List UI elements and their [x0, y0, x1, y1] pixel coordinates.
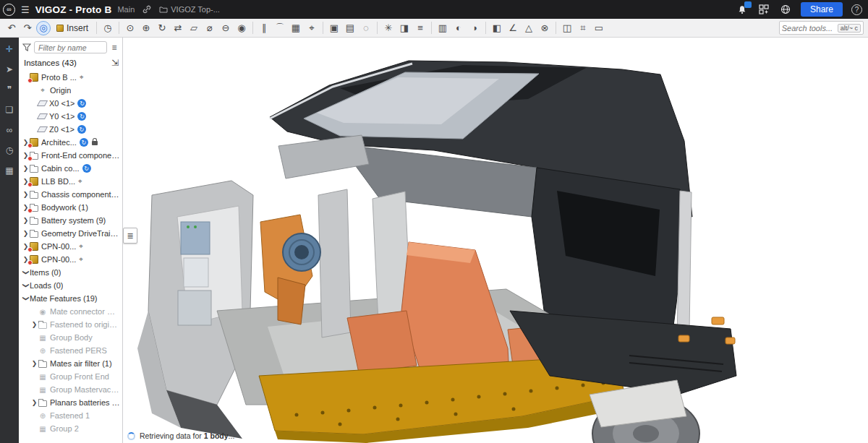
expand-chevron-icon[interactable]: ❯	[22, 191, 30, 198]
insert-button[interactable]: Insert	[52, 21, 93, 35]
snapshot-icon[interactable]: ◨	[397, 21, 412, 35]
tree-item[interactable]: ❯LLB BD...⌖	[19, 175, 122, 188]
linear-pattern-icon[interactable]: ▤	[343, 21, 357, 35]
mate-connector-flag-icon[interactable]: ⌖	[78, 177, 82, 186]
frame-icon[interactable]: ⌗	[576, 21, 590, 35]
tree-item[interactable]: ❯Chassis components (5)	[19, 188, 122, 201]
tree-item[interactable]: ❯Bodywork (1)	[19, 201, 122, 214]
group-icon[interactable]: ▦	[289, 21, 303, 35]
mate-icon[interactable]: ⊙	[123, 21, 137, 35]
tree-item[interactable]: ❯Proto B ...⌖	[19, 71, 122, 84]
tree-item[interactable]: ❯▦Group 2	[19, 422, 122, 435]
notifications-bell-icon[interactable]	[736, 3, 749, 16]
ball-icon[interactable]: ◉	[234, 21, 249, 35]
display-states-icon[interactable]: ◑	[467, 21, 482, 35]
expand-chevron-icon[interactable]: ❯	[30, 399, 38, 406]
undo-icon[interactable]: ↶	[4, 21, 19, 35]
list-options-icon[interactable]: ≡	[109, 43, 119, 53]
pin-slot-icon[interactable]: ⊖	[218, 21, 233, 35]
expand-chevron-icon[interactable]: ❯	[30, 360, 38, 367]
named-positions-icon[interactable]: ≡	[413, 21, 427, 35]
update-available-icon[interactable]: ↻	[82, 164, 91, 173]
tree-item[interactable]: ❯Y0 <1>↻	[19, 110, 122, 123]
tree-item[interactable]: ❯Loads (0)	[19, 279, 122, 292]
planar-icon[interactable]: ▱	[187, 21, 201, 35]
apps-icon[interactable]	[757, 3, 770, 16]
expand-chevron-icon[interactable]: ❯	[22, 165, 30, 172]
tree-item[interactable]: ❯Architec...↻	[19, 136, 122, 149]
sync-context-icon[interactable]: ◎	[36, 21, 51, 35]
tree-item[interactable]: ❯▦Group Body	[19, 331, 122, 344]
update-available-icon[interactable]: ↻	[80, 138, 88, 147]
comments-panel-icon[interactable]: ❞	[3, 83, 16, 96]
globe-icon[interactable]	[779, 3, 792, 16]
tree-item[interactable]: ❯Front-End component...	[19, 149, 122, 162]
tangent-icon[interactable]: ⌒	[273, 21, 287, 35]
versions-icon[interactable]: ◷	[101, 21, 115, 35]
redo-icon[interactable]: ↷	[20, 21, 35, 35]
expand-chevron-icon[interactable]: ❯	[22, 217, 30, 224]
bom-table-icon[interactable]: ▥	[435, 21, 450, 35]
panel-toggle-button[interactable]: ≣	[123, 228, 137, 244]
slider-icon[interactable]: ⇄	[171, 21, 185, 35]
filter-input[interactable]	[34, 41, 107, 53]
tree-item[interactable]: ❯◉Mate connector Ori...	[19, 305, 122, 318]
main-menu-icon[interactable]: ☰	[21, 4, 30, 15]
lock-icon[interactable]	[92, 141, 98, 145]
help-icon[interactable]	[851, 4, 862, 15]
cylindrical-icon[interactable]: ⌀	[203, 21, 217, 35]
measure-icon[interactable]: ∠	[506, 21, 520, 35]
update-available-icon[interactable]: ↻	[77, 99, 86, 108]
appearance-icon[interactable]: ◐	[451, 21, 466, 35]
expand-chevron-icon[interactable]: ❯	[22, 269, 30, 277]
tree-item[interactable]: ❯Battery system (9)	[19, 214, 122, 227]
drawing-icon[interactable]: ▭	[592, 21, 606, 35]
bom-panel-icon[interactable]: ▦	[3, 164, 16, 177]
expand-chevron-icon[interactable]: ❯	[22, 295, 30, 303]
sheet-metal-icon[interactable]: ◫	[560, 21, 574, 35]
tree-item[interactable]: ❯Geometry DriveTrains ...	[19, 227, 122, 240]
insert-to-assembly-icon[interactable]: ⇲	[111, 58, 119, 68]
interference-icon[interactable]: ⊗	[537, 21, 552, 35]
expand-chevron-icon[interactable]: ❯	[22, 230, 30, 237]
update-available-icon[interactable]: ↻	[77, 125, 86, 134]
tree-item[interactable]: ❯Mates air filter (1)	[19, 357, 122, 370]
fastened-icon[interactable]: ⊕	[139, 21, 153, 35]
expand-chevron-icon[interactable]: ❯	[22, 282, 30, 290]
update-available-icon[interactable]: ↻	[77, 112, 86, 121]
3d-viewport[interactable]: ≣ Retrieving data for 1 body...	[123, 38, 868, 443]
mass-properties-icon[interactable]: △	[522, 21, 536, 35]
expand-chevron-icon[interactable]: ❯	[30, 321, 38, 328]
notes-panel-icon[interactable]: ❏	[3, 103, 16, 116]
revolute-icon[interactable]: ↻	[155, 21, 169, 35]
move-tool-icon[interactable]: ✛	[3, 43, 16, 56]
workspace-label[interactable]: Main	[117, 5, 135, 14]
tree-item[interactable]: ❯Items (0)	[19, 266, 122, 279]
document-tab[interactable]: VIGOZ Top-...	[159, 5, 220, 14]
tree-item[interactable]: ❯Planars batteries (6)	[19, 396, 122, 409]
tree-item[interactable]: ❯X0 <1>↻	[19, 97, 122, 110]
replicate-icon[interactable]: ▣	[327, 21, 341, 35]
parallel-icon[interactable]: ∥	[257, 21, 271, 35]
tree-item[interactable]: ❯Cabin co...↻	[19, 162, 122, 175]
search-tools-input[interactable]	[782, 24, 835, 33]
history-panel-icon[interactable]: ◷	[3, 144, 16, 157]
share-button[interactable]: Share	[801, 2, 843, 17]
select-tool-icon[interactable]: ➤	[3, 63, 16, 76]
tree-item[interactable]: ❯⊕Fastened PERS	[19, 344, 122, 357]
tree-item[interactable]: ❯Z0 <1>↻	[19, 123, 122, 136]
explode-icon[interactable]: ✳	[381, 21, 396, 35]
tree-item[interactable]: ❯Mate Features (19)	[19, 292, 122, 305]
tree-item[interactable]: ❯Fastened to origin (...	[19, 318, 122, 331]
tree-item[interactable]: ❯⌖Origin	[19, 84, 122, 97]
filter-funnel-icon[interactable]	[22, 43, 32, 51]
tree-item[interactable]: ❯CPN-00...⌖	[19, 240, 122, 253]
mate-connector-icon[interactable]: ⌖	[305, 21, 319, 35]
circular-pattern-icon[interactable]: ◌	[359, 21, 373, 35]
section-view-icon[interactable]: ◧	[490, 21, 504, 35]
tree-item[interactable]: ❯▦Group Front End	[19, 370, 122, 383]
tree-item[interactable]: ❯⊕Fastened 1	[19, 409, 122, 422]
mate-connector-flag-icon[interactable]: ⌖	[79, 242, 83, 251]
tree-item[interactable]: ❯▦Group Mastervac, ...	[19, 383, 122, 396]
link-panel-icon[interactable]: ∞	[3, 124, 16, 137]
